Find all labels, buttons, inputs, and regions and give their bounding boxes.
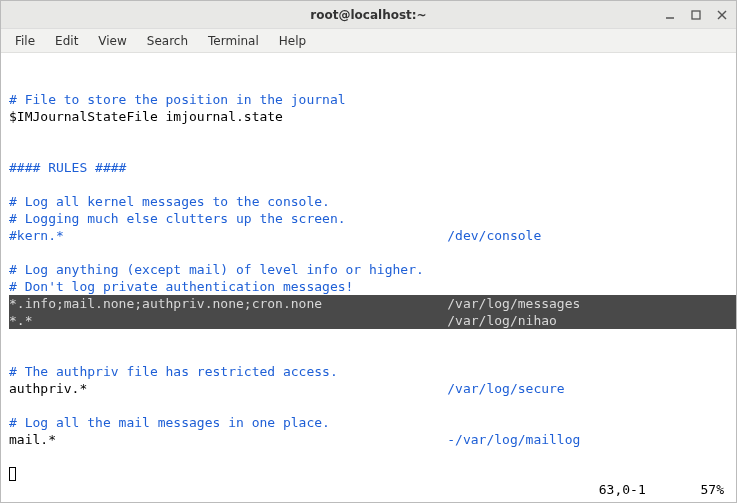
cursor-position: 63,0-1 xyxy=(599,482,646,497)
comment-line: #### RULES #### xyxy=(9,160,126,175)
blank-line xyxy=(9,177,17,192)
comment-line: # Log all kernel messages to the console… xyxy=(9,194,330,209)
comment-line: # The authpriv file has restricted acces… xyxy=(9,364,338,379)
comment-line: # Log anything (except mail) of level in… xyxy=(9,262,424,277)
comment-line: #kern.* /dev/console xyxy=(9,228,541,243)
selected-line: *.info;mail.none;authpriv.none;cron.none… xyxy=(9,295,736,312)
config-line: $IMJournalStateFile imjournal.state xyxy=(9,109,283,124)
cursor xyxy=(9,467,16,481)
menubar: File Edit View Search Terminal Help xyxy=(1,29,736,53)
selected-line: *.* /var/log/nihao xyxy=(9,312,736,329)
minimize-icon[interactable] xyxy=(664,9,676,21)
svg-rect-1 xyxy=(692,11,700,19)
comment-line: # Log all the mail messages in one place… xyxy=(9,415,330,430)
menu-help[interactable]: Help xyxy=(271,32,314,50)
menu-edit[interactable]: Edit xyxy=(47,32,86,50)
blank-line xyxy=(9,449,17,464)
close-icon[interactable] xyxy=(716,9,728,21)
status-line: 63,0-1 57% xyxy=(599,481,724,498)
blank-line xyxy=(9,245,17,260)
blank-line xyxy=(9,347,17,362)
maximize-icon[interactable] xyxy=(690,9,702,21)
config-line: authpriv.* /var/log/secure xyxy=(9,381,565,396)
window-titlebar: root@localhost:~ xyxy=(1,1,736,29)
comment-line: # Logging much else clutters up the scre… xyxy=(9,211,346,226)
blank-line xyxy=(9,126,17,141)
blank-line xyxy=(9,143,17,158)
config-line: mail.* -/var/log/maillog xyxy=(9,432,580,447)
blank-line xyxy=(9,75,17,90)
terminal-area[interactable]: # File to store the position in the jour… xyxy=(1,53,736,502)
scroll-percent: 57% xyxy=(701,482,724,497)
window-title: root@localhost:~ xyxy=(310,8,426,22)
blank-line xyxy=(9,398,17,413)
comment-line: # File to store the position in the jour… xyxy=(9,92,346,107)
menu-terminal[interactable]: Terminal xyxy=(200,32,267,50)
menu-view[interactable]: View xyxy=(90,32,134,50)
menu-file[interactable]: File xyxy=(7,32,43,50)
comment-line: # Don't log private authentication messa… xyxy=(9,279,353,294)
menu-search[interactable]: Search xyxy=(139,32,196,50)
window-controls xyxy=(664,9,728,21)
